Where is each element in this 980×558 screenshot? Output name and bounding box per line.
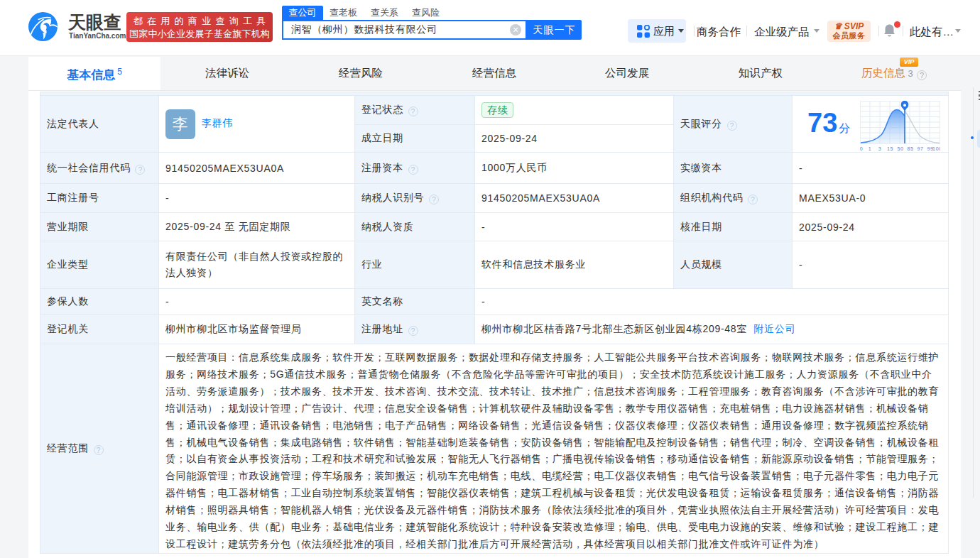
svg-text:97: 97 (917, 146, 923, 151)
svg-text:1: 1 (869, 146, 872, 151)
svg-text:100: 100 (932, 146, 940, 151)
svg-text:0: 0 (860, 146, 863, 151)
svg-text:50: 50 (897, 146, 903, 151)
svg-text:3: 3 (878, 146, 882, 151)
svg-text:85: 85 (907, 146, 913, 151)
svg-text:15: 15 (887, 146, 893, 151)
